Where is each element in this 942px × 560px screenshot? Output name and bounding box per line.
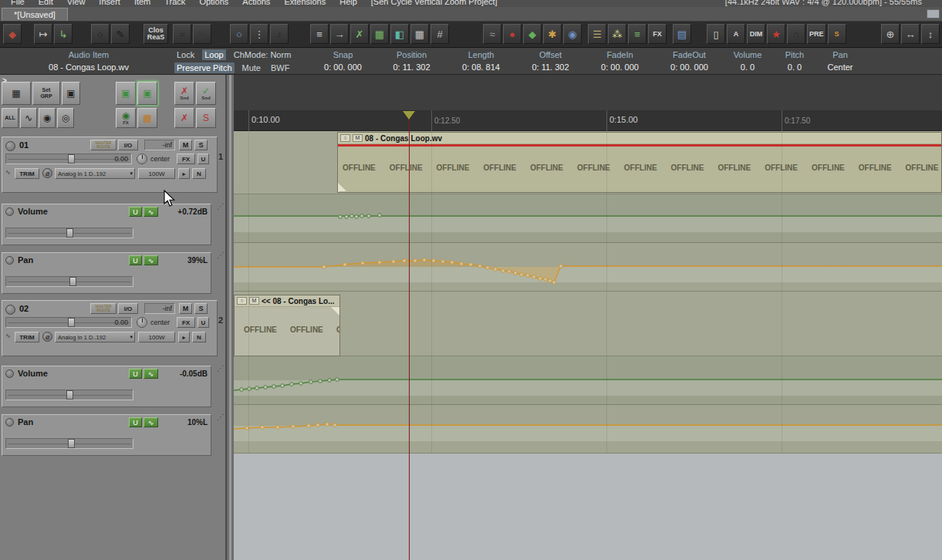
item-mute-button[interactable]: M [249,297,259,305]
fader-handle[interactable] [68,439,75,448]
insert-track-icon[interactable]: ↦ [34,24,52,44]
monitor-fx-a-icon[interactable]: ▣ [116,82,136,105]
envelope-fader[interactable] [5,228,133,238]
field-value[interactable]: 0: 11. 302 [393,62,430,72]
record-mode-button[interactable]: N [192,168,206,179]
zoom-in-icon[interactable]: ⊕ [881,24,900,44]
eye-icon[interactable]: ◉ [39,108,56,128]
envelope-value[interactable]: 39%L [160,256,208,265]
waveform-icon[interactable]: ≈ [173,24,191,44]
input-select[interactable]: Analog In 1 D..192 ▾ [55,168,135,179]
arrow-right-icon[interactable]: → [330,24,349,44]
project-tab[interactable]: *[Unsaved] [2,8,68,21]
menu-help[interactable]: Help [339,0,357,6]
envelope-panel-pan-1[interactable]: Pan U ∿ 39%L [2,252,211,294]
record-arm-button[interactable] [5,305,15,315]
palette-icon[interactable]: ✱ [543,24,562,44]
item-name-readout[interactable]: 08 - Congas Loop.wv [0,62,177,72]
grid-hash-icon[interactable]: # [430,24,449,44]
volume-fader[interactable]: 0.00 [5,153,132,164]
send-mute-icon[interactable]: ✗Snd [174,82,194,105]
menu-track[interactable]: Track [164,0,185,6]
toggle-mute[interactable]: Mute [240,62,263,73]
solo-button[interactable]: S [194,303,208,314]
route-new-track-icon[interactable]: ↳ [54,24,73,44]
field-value[interactable]: 0: 00. 000 [670,62,708,72]
field-value[interactable]: 0: 08. 814 [462,62,500,72]
envelope-mod-icon[interactable]: ∿ [143,417,158,427]
envelope-bypass-button[interactable]: U [129,255,142,265]
pencil-icon[interactable]: ✎ [111,24,130,44]
record-mode-play-icon[interactable]: ▸ [178,168,190,179]
fade-out-handle[interactable] [331,307,339,315]
person-icon[interactable]: ◎ [57,108,74,128]
item-2-body[interactable]: OFFLINEOFFLINEC [235,307,339,356]
dim-button[interactable]: DIM [747,24,765,44]
snap-offset-icon[interactable]: ⋮ [250,24,268,44]
input-select[interactable]: Analog In 1 D..192 ▾ [55,332,135,342]
fx-bypass-button[interactable]: U [198,317,209,328]
media-explorer-icon[interactable]: ◆ [3,24,22,44]
toggle-loop[interactable]: Loop [202,49,225,60]
hzoom-wave-icon[interactable]: ↔ [901,24,920,44]
fx-button[interactable]: FX [648,24,667,44]
solo-orange-button[interactable]: S [828,24,846,44]
wave-small-icon[interactable]: ≈ [483,24,501,44]
fx-remove-icon[interactable]: ✗ [174,108,194,128]
record-circle-icon[interactable]: ● [503,24,522,44]
monitor-fx-b-icon[interactable]: ▣ [137,82,157,105]
mixer-table-icon[interactable]: ▤ [673,24,691,44]
envelope-power-button[interactable] [5,207,14,216]
record-arm-button[interactable] [5,141,15,151]
monitor-button[interactable]: 100W [138,168,175,179]
people-icon[interactable]: ⁂ [608,24,626,44]
burst-icon[interactable]: ★ [767,24,785,44]
envelope-panel-volume-1[interactable]: Volume U ∿ +0.72dB [2,204,211,245]
group-matrix-icon[interactable]: ▦ [2,82,31,105]
monitor-teal-icon[interactable]: ◧ [390,24,409,44]
fader-handle[interactable] [66,390,73,400]
envelope-bypass-button[interactable]: U [129,417,142,427]
phase-button[interactable]: ø [42,168,52,178]
send-on-icon[interactable]: ✓Snd [196,82,216,105]
empty-arrange-area[interactable] [234,454,942,560]
close-reascript-button[interactable]: Clos ReaS [143,24,168,44]
media-item-title[interactable]: ○ M 08 - Congas Loop.wv [338,133,941,144]
io-button[interactable]: I/O [118,303,138,314]
mute-button[interactable]: M [179,140,192,150]
pan-knob[interactable] [137,317,147,328]
stripes-green-icon[interactable]: ≡ [628,24,647,44]
field-value[interactable]: 0. 0 [741,62,755,72]
item-1-body[interactable]: OFFLINEOFFLINEOFFLINEOFFLINEOFFLINEOFFLI… [338,147,941,191]
menu-file[interactable]: File [11,0,25,6]
note-icon[interactable]: ♪ [270,24,289,44]
envelope-resize-grip[interactable]: ⋰ [217,202,224,211]
splitter-handle[interactable] [229,75,231,560]
fader-handle[interactable] [68,318,75,327]
toggle-preserve-pitch[interactable]: Preserve Pitch [174,62,235,73]
field-value[interactable]: Center [827,62,853,72]
field-value[interactable]: 0: 00. 000 [601,62,639,72]
fade-in-handle[interactable] [338,183,346,191]
toggle-lock[interactable]: Lock [174,49,197,60]
record-mode-play-icon[interactable]: ▸ [178,332,190,342]
envelope-mod-icon[interactable]: ∿ [143,207,158,217]
edit-cursor[interactable] [409,110,410,560]
envelope-value[interactable]: 10%L [160,418,208,427]
menu-insert[interactable]: Insert [99,0,120,6]
pan-readout[interactable]: center [150,319,170,326]
notebook-icon[interactable]: ▯ [707,24,725,44]
io-button[interactable]: I/O [118,140,138,150]
menu-actions[interactable]: Actions [242,0,270,6]
envelope-panel-pan-2[interactable]: Pan U ∿ 10%L [2,414,211,456]
volume-fader[interactable]: 0.00 [5,317,132,328]
toggle-chmode-norm[interactable]: ChMode: Norm [231,49,294,60]
envelope-fader[interactable] [5,438,133,449]
fx-bypass-button[interactable]: U [198,153,209,164]
envelope-resize-grip[interactable]: ⋰ [217,413,224,421]
mute-button[interactable]: M [179,303,192,314]
group-flags-icon[interactable]: ▣ [62,82,80,105]
tcp-arrange-splitter[interactable] [226,75,234,560]
marker-diamond-icon[interactable]: ◆ [523,24,542,44]
menu-bar[interactable]: FileEditViewInsertItemTrackOptionsAction… [11,0,498,6]
